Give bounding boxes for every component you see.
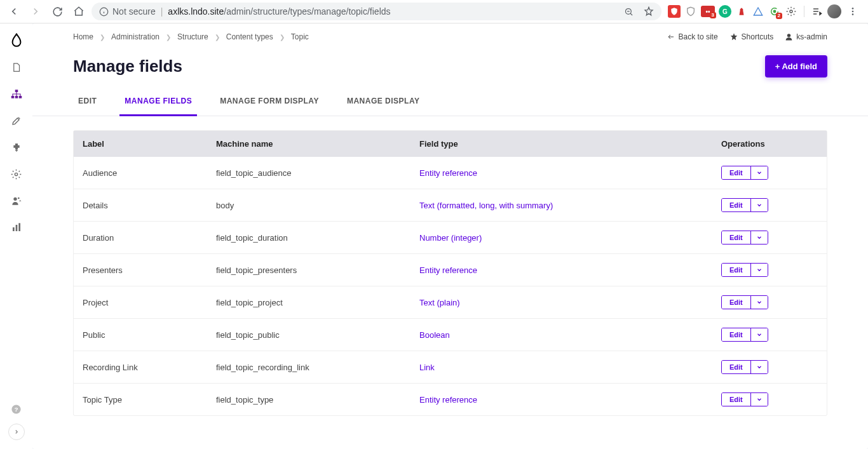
ext-triangle-icon[interactable] xyxy=(752,5,764,18)
config-icon[interactable] xyxy=(10,167,24,181)
people-icon[interactable] xyxy=(10,194,24,208)
cell-machine: field_topic_public xyxy=(207,319,410,351)
extend-icon[interactable] xyxy=(10,140,24,154)
dropdown-button[interactable] xyxy=(750,199,768,211)
edit-button[interactable]: Edit xyxy=(722,199,750,211)
table-row: Publicfield_topic_publicBooleanEdit xyxy=(74,319,827,351)
edit-button[interactable]: Edit xyxy=(722,296,750,309)
ext-shield-icon[interactable] xyxy=(684,5,697,18)
cell-type: Number (integer) xyxy=(410,222,712,254)
col-machine: Machine name xyxy=(207,131,410,157)
help-icon[interactable]: ? xyxy=(10,402,24,416)
fields-table: Label Machine name Field type Operations… xyxy=(74,131,827,415)
cell-type: Entity reference xyxy=(410,254,712,286)
edit-button[interactable]: Edit xyxy=(722,166,750,179)
edit-button[interactable]: Edit xyxy=(722,328,750,341)
cell-machine: field_topic_recording_link xyxy=(207,351,410,384)
ext-gear-icon[interactable] xyxy=(785,5,797,18)
expand-sidebar-button[interactable] xyxy=(8,424,25,440)
field-type-link[interactable]: Text (plain) xyxy=(419,298,460,307)
cell-ops: Edit xyxy=(712,351,827,384)
chevron-down-icon xyxy=(756,202,763,208)
reload-button[interactable] xyxy=(48,3,66,20)
ext-lighthouse-icon[interactable] xyxy=(735,5,748,18)
forward-button[interactable] xyxy=(27,3,44,20)
cell-ops: Edit xyxy=(712,319,827,351)
cell-ops: Edit xyxy=(712,222,827,254)
content-icon[interactable] xyxy=(10,60,24,74)
cell-label: Audience xyxy=(74,157,207,189)
home-button[interactable] xyxy=(70,3,88,20)
edit-button[interactable]: Edit xyxy=(722,264,750,276)
cell-type: Boolean xyxy=(410,319,712,351)
dropdown-button[interactable] xyxy=(750,231,768,244)
structure-icon[interactable] xyxy=(10,87,24,101)
table-row: Durationfield_topic_durationNumber (inte… xyxy=(74,222,827,254)
svg-rect-14 xyxy=(15,90,18,92)
browser-chrome: Not secure | axlks.lndo.site/admin/struc… xyxy=(0,0,868,23)
edit-button[interactable]: Edit xyxy=(722,361,750,373)
field-type-link[interactable]: Entity reference xyxy=(419,168,477,178)
drupal-logo-icon[interactable] xyxy=(10,34,24,48)
ext-ublock-icon[interactable] xyxy=(668,5,681,18)
svg-point-12 xyxy=(852,11,854,13)
cell-label: Presenters xyxy=(74,254,207,286)
address-bar[interactable]: Not secure | axlks.lndo.site/admin/struc… xyxy=(92,3,661,20)
shortcuts-link[interactable]: Shortcuts xyxy=(729,32,774,41)
cell-machine: field_topic_type xyxy=(207,384,410,416)
crumb-topic[interactable]: Topic xyxy=(291,32,309,41)
profile-avatar[interactable] xyxy=(827,4,841,18)
chevron-down-icon xyxy=(756,170,763,176)
menu-button[interactable] xyxy=(845,3,860,20)
cell-type: Entity reference xyxy=(410,157,712,189)
svg-rect-21 xyxy=(13,227,15,231)
crumb-types[interactable]: Content types xyxy=(226,32,273,41)
bookmark-icon[interactable] xyxy=(644,6,654,17)
tab-manage-display[interactable]: MANAGE DISPLAY xyxy=(342,88,425,116)
tab-manage-form-display[interactable]: MANAGE FORM DISPLAY xyxy=(215,88,324,116)
field-type-link[interactable]: Entity reference xyxy=(419,395,477,405)
field-type-link[interactable]: Text (formatted, long, with summary) xyxy=(419,201,553,210)
dropdown-button[interactable] xyxy=(750,328,768,341)
cell-type: Entity reference xyxy=(410,384,712,416)
field-type-link[interactable]: Link xyxy=(419,363,435,372)
svg-rect-16 xyxy=(15,96,18,98)
star-icon xyxy=(729,32,738,41)
dropdown-button[interactable] xyxy=(750,361,768,373)
tab-edit[interactable]: EDIT xyxy=(73,88,102,116)
field-type-link[interactable]: Entity reference xyxy=(419,265,477,275)
svg-point-26 xyxy=(787,34,790,37)
add-field-button[interactable]: + Add field xyxy=(765,55,827,77)
edit-button[interactable]: Edit xyxy=(722,393,750,406)
dropdown-button[interactable] xyxy=(750,296,768,309)
table-row: Audiencefield_topic_audienceEntity refer… xyxy=(74,157,827,189)
chevron-down-icon xyxy=(756,332,763,338)
crumb-admin[interactable]: Administration xyxy=(111,32,159,41)
user-menu[interactable]: ks-admin xyxy=(785,32,827,41)
field-type-link[interactable]: Boolean xyxy=(419,330,450,340)
dropdown-button[interactable] xyxy=(750,264,768,276)
back-to-site-link[interactable]: Back to site xyxy=(667,32,718,41)
dropdown-button[interactable] xyxy=(750,393,768,406)
cell-machine: field_topic_presenters xyxy=(207,254,410,286)
col-label: Label xyxy=(74,131,207,157)
dropdown-button[interactable] xyxy=(750,166,768,179)
user-icon xyxy=(785,32,793,41)
svg-point-19 xyxy=(13,198,17,201)
ext-playlist-icon[interactable] xyxy=(811,5,824,18)
ext-chat-icon[interactable]: 2 xyxy=(768,5,781,18)
field-type-link[interactable]: Number (integer) xyxy=(419,233,482,243)
zoom-icon[interactable] xyxy=(624,7,634,17)
ext-grammarly-icon[interactable]: G xyxy=(719,5,731,18)
back-button[interactable] xyxy=(5,3,23,20)
svg-text:?: ? xyxy=(14,406,18,413)
tab-manage-fields[interactable]: MANAGE FIELDS xyxy=(119,88,197,116)
crumb-home[interactable]: Home xyxy=(73,32,93,41)
ext-red-icon[interactable]: ••3 xyxy=(701,6,715,17)
reports-icon[interactable] xyxy=(10,220,24,234)
chevron-down-icon xyxy=(756,299,763,305)
appearance-icon[interactable] xyxy=(10,114,24,128)
edit-button[interactable]: Edit xyxy=(722,231,750,244)
info-icon xyxy=(99,7,109,17)
crumb-structure[interactable]: Structure xyxy=(177,32,208,41)
